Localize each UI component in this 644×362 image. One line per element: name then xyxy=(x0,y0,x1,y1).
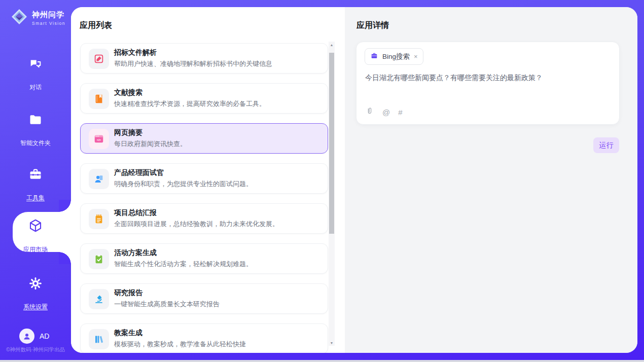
tool-chip-label: Bing搜索 xyxy=(382,52,410,61)
prompt-text[interactable]: 今日湖北有哪些新闻要点？有哪些需要关注的最新政策？ xyxy=(365,74,611,83)
main-content: 应用列表 招标文件解析 帮助用户快速、准确地理解和解析招标书中的关键信息 xyxy=(71,7,637,353)
app-card-title: 项目总结汇报 xyxy=(114,208,157,218)
brand-name: 神州问学 xyxy=(32,10,65,20)
gear-icon xyxy=(0,276,71,291)
clipboard-check-icon xyxy=(89,249,109,269)
interviewer-icon xyxy=(89,169,109,189)
app-card-description: 明确身份和职责，为您提供专业性的面试问题。 xyxy=(114,179,253,189)
app-card-bid-parse[interactable]: 招标文件解析 帮助用户快速、准确地理解和解析招标书中的关键信息 xyxy=(80,43,328,74)
app-card-title: 产品经理面试官 xyxy=(114,168,164,177)
sidebar-item-chat[interactable]: 对话 xyxy=(0,57,71,92)
svg-text:</>: </> xyxy=(97,138,101,141)
app-card-title: 教案生成 xyxy=(114,329,142,338)
app-card-title: 网页摘要 xyxy=(114,128,142,137)
sidebar-item-settings[interactable]: 系统设置 xyxy=(0,276,71,311)
mention-icon[interactable]: @ xyxy=(382,108,390,117)
app-card-pm-interviewer[interactable]: 产品经理面试官 明确身份和职责，为您提供专业性的面试问题。 xyxy=(80,163,328,194)
app-card-title: 研究报告 xyxy=(114,288,142,298)
sidebar-item-label: 应用市场 xyxy=(23,245,48,254)
scroll-down-icon[interactable]: ▼ xyxy=(329,340,335,346)
sidebar-item-smart-folder[interactable]: 智能文件夹 xyxy=(0,113,71,148)
chat-icon xyxy=(0,57,71,71)
app-card-description: 智能生成个性化活动方案，轻松解决规划难题。 xyxy=(114,260,253,269)
bottom-edge-strip xyxy=(0,360,644,362)
bubble-notch-top xyxy=(59,200,71,212)
app-card-description: 快速精准查找学术资源，提高研究效率的必备工具。 xyxy=(114,99,266,108)
app-card-title: 文献搜索 xyxy=(114,88,142,97)
app-card-title: 招标文件解析 xyxy=(114,48,157,57)
app-card-event-plan[interactable]: 活动方案生成 智能生成个性化活动方案，轻松解决规划难题。 xyxy=(80,243,328,274)
composer-toolbar: @ # xyxy=(365,106,403,118)
hashtag-icon[interactable]: # xyxy=(398,108,402,117)
avatar xyxy=(19,329,34,344)
briefcase-icon xyxy=(370,52,378,62)
app-card-project-summary[interactable]: 项目总结汇报 全面回顾项目进展，总结经验教训，助力未来优化发展。 xyxy=(80,203,328,234)
cube-icon xyxy=(0,218,71,233)
folder-icon xyxy=(0,113,71,127)
attachment-icon[interactable] xyxy=(365,106,374,118)
app-card-description: 帮助用户快速、准确地理解和解析招标书中的关键信息 xyxy=(114,59,272,68)
toolbox-icon xyxy=(0,167,71,182)
app-detail-panel: 应用详情 Bing搜索 × 今日湖北有哪些新闻要点？有哪些需要关注的最新政策？ xyxy=(345,7,637,353)
books-icon xyxy=(89,329,109,349)
app-card-description: 全面回顾项目进展，总结经验教训，助力未来优化发展。 xyxy=(114,220,279,229)
user-initials: AD xyxy=(40,332,49,340)
app-card-web-summary[interactable]: </> 网页摘要 每日政府新闻资讯快查。 xyxy=(80,123,328,154)
copyright-footer: ©神州数码·神州问学出品 xyxy=(0,346,71,353)
app-card-research-report[interactable]: 研究报告 一键智能生成高质量长文本研究报告 xyxy=(80,283,328,314)
app-card-description: 一键智能生成高质量长文本研究报告 xyxy=(114,300,220,309)
tool-chip-bing-search[interactable]: Bing搜索 × xyxy=(365,48,423,65)
app-window: 神州问学 Smart Vision 对话 智能文件夹 xyxy=(0,0,644,362)
brand-logo: 神州问学 Smart Vision xyxy=(10,8,65,28)
sidebar-item-app-market[interactable]: 应用市场 xyxy=(0,218,71,254)
user-account[interactable]: AD xyxy=(19,329,49,344)
app-card-title: 活动方案生成 xyxy=(114,248,157,258)
sidebar-item-label: 对话 xyxy=(29,83,42,92)
app-list-panel: 应用列表 招标文件解析 帮助用户快速、准确地理解和解析招标书中的关键信息 xyxy=(71,7,345,353)
app-detail-title: 应用详情 xyxy=(356,20,389,31)
web-code-icon: </> xyxy=(89,129,109,149)
sidebar-item-label: 系统设置 xyxy=(23,303,48,311)
diamond-logo-icon xyxy=(10,8,28,28)
app-card-description: 模板驱动，教案秒成，教学准备从此轻松快捷 xyxy=(114,340,246,349)
research-icon xyxy=(89,289,109,309)
app-card-lesson-plan[interactable]: 教案生成 模板驱动，教案秒成，教学准备从此轻松快捷 xyxy=(80,323,328,353)
app-card-literature-search[interactable]: 文献搜索 快速精准查找学术资源，提高研究效率的必备工具。 xyxy=(80,83,328,114)
prompt-input-card[interactable]: Bing搜索 × 今日湖北有哪些新闻要点？有哪些需要关注的最新政策？ @ # xyxy=(356,42,620,125)
sidebar-item-label: 工具集 xyxy=(26,194,45,202)
sidebar: 神州问学 Smart Vision 对话 智能文件夹 xyxy=(0,0,71,362)
sidebar-item-label: 智能文件夹 xyxy=(20,139,51,148)
app-list-title: 应用列表 xyxy=(80,20,112,31)
book-icon xyxy=(89,89,109,109)
scrollbar-thumb[interactable] xyxy=(329,53,334,234)
list-scrollbar[interactable]: ▲ ▼ xyxy=(329,42,335,346)
brand-subtitle: Smart Vision xyxy=(32,21,65,26)
notepad-icon xyxy=(89,209,109,229)
run-button[interactable]: 运行 xyxy=(593,137,619,153)
edit-document-icon xyxy=(89,49,109,69)
sidebar-item-toolset[interactable]: 工具集 xyxy=(0,167,71,202)
scroll-up-icon[interactable]: ▲ xyxy=(329,42,335,48)
app-card-description: 每日政府新闻资讯快查。 xyxy=(114,139,187,149)
app-list: 招标文件解析 帮助用户快速、准确地理解和解析招标书中的关键信息 文献搜索 快速精… xyxy=(80,43,328,353)
close-icon[interactable]: × xyxy=(414,53,418,60)
